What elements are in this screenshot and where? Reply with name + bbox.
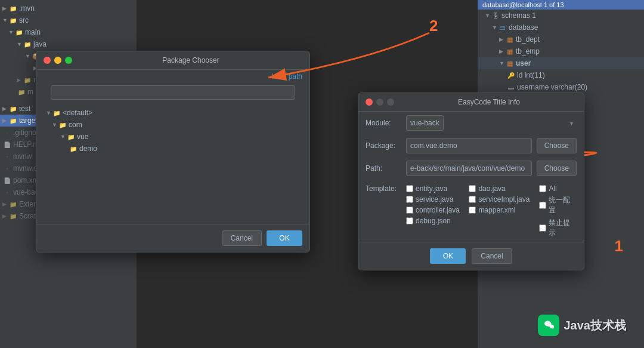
- pkg-tree: ▼ 📁 <default> ▼ 📁 com ▼ 📁 vue 📁 demo: [36, 104, 309, 224]
- right-checkboxes: All 统一配置 禁止提示: [539, 184, 577, 238]
- pkg-dialog-footer: Cancel OK: [36, 224, 309, 252]
- traffic-lights: [44, 57, 72, 64]
- easycode-cancel-button[interactable]: Cancel: [472, 248, 512, 264]
- easycode-titlebar: EasyCode Title Info: [358, 93, 584, 112]
- package-input[interactable]: [406, 138, 532, 153]
- pkg-tree-demo[interactable]: 📁 demo: [44, 143, 302, 155]
- watermark-text: Java技术栈: [564, 318, 627, 334]
- db-panel-header: database@localhost 1 of 13: [478, 0, 644, 10]
- template-label: Template:: [366, 184, 401, 193]
- cb-unified-check[interactable]: [539, 202, 546, 209]
- path-row: Path: Choose: [358, 157, 584, 180]
- cb-mapper: mapper.xml: [469, 206, 530, 214]
- pkg-tree-default[interactable]: ▼ 📁 <default>: [44, 107, 302, 119]
- easycode-ok-button[interactable]: OK: [430, 248, 466, 264]
- module-row: Module: vue-back: [358, 112, 584, 134]
- wechat-icon: [538, 315, 559, 336]
- cb-entity-check[interactable]: [406, 185, 413, 192]
- pkg-dialog-title: Package Chooser: [79, 56, 302, 64]
- hide-path-link[interactable]: Hide path: [36, 70, 309, 83]
- pkg-cancel-button[interactable]: Cancel: [222, 230, 262, 246]
- pkg-tree-vue[interactable]: ▼ 📁 vue: [44, 131, 302, 143]
- cb-disable-hint: 禁止提示: [539, 218, 577, 238]
- cb-dao-check[interactable]: [469, 185, 476, 192]
- template-checkboxes: entity.java dao.java service.java servic…: [406, 184, 530, 225]
- db-tree-user-id[interactable]: 🔑 id int(11): [478, 69, 644, 81]
- easycode-minimize-button[interactable]: [376, 98, 383, 106]
- choose-package-button[interactable]: Choose: [537, 138, 577, 153]
- db-tree-tb-dept[interactable]: ▶ ▦ tb_dept: [478, 33, 644, 45]
- cb-service-check[interactable]: [406, 196, 413, 203]
- maximize-button[interactable]: [65, 57, 72, 64]
- db-tree-tb-emp[interactable]: ▶ ▦ tb_emp: [478, 45, 644, 57]
- minimize-button[interactable]: [54, 57, 61, 64]
- pkg-dialog-titlebar: Package Chooser: [36, 51, 309, 70]
- pkg-ok-button[interactable]: OK: [267, 230, 302, 246]
- cb-debug: debug.json: [406, 217, 464, 225]
- template-row: Template: entity.java dao.java service.j…: [358, 180, 584, 242]
- easycode-traffic-lights: [366, 98, 394, 106]
- module-select[interactable]: vue-back: [406, 115, 444, 131]
- cb-service: service.java: [406, 195, 464, 204]
- easycode-close-button[interactable]: [366, 98, 373, 106]
- pkg-search-input[interactable]: [51, 85, 295, 100]
- cb-serviceimpl-check[interactable]: [469, 196, 476, 203]
- cb-disable-check[interactable]: [539, 224, 546, 232]
- cb-unified-config: 统一配置: [539, 195, 577, 215]
- cb-all-check[interactable]: [539, 185, 546, 192]
- db-tree-user-username[interactable]: ▬ username varchar(20): [478, 81, 644, 93]
- db-tree-schemas[interactable]: ▼ 🗄 schemas 1: [478, 10, 644, 21]
- cb-all: All: [539, 184, 577, 193]
- cb-controller: controller.java: [406, 206, 464, 214]
- cb-serviceimpl: serviceImpl.java: [469, 195, 530, 204]
- path-input[interactable]: [406, 161, 532, 176]
- tree-item-src[interactable]: ▼ 📁 src: [0, 14, 137, 26]
- cb-debug-check[interactable]: [406, 217, 413, 224]
- module-select-wrapper: vue-back: [406, 115, 577, 131]
- db-tree-user[interactable]: ▼ ▦ user: [478, 57, 644, 69]
- easycode-dialog: EasyCode Title Info Module: vue-back Pac…: [358, 93, 584, 270]
- db-tree-database[interactable]: ▼ 🗃 database: [478, 21, 644, 33]
- tree-item-mvn[interactable]: ▶ 📁 .mvn: [0, 2, 137, 14]
- easycode-footer: OK Cancel: [358, 242, 584, 270]
- cb-dao: dao.java: [469, 184, 530, 193]
- module-label: Module:: [366, 119, 401, 127]
- cb-entity: entity.java: [406, 184, 464, 193]
- path-label: Path:: [366, 164, 401, 173]
- pkg-tree-com[interactable]: ▼ 📁 com: [44, 119, 302, 131]
- cb-mapper-check[interactable]: [469, 207, 476, 214]
- package-row: Package: Choose: [358, 134, 584, 157]
- cb-controller-check[interactable]: [406, 207, 413, 214]
- watermark: Java技术栈: [538, 315, 627, 336]
- close-button[interactable]: [44, 57, 51, 64]
- tree-item-java[interactable]: ▼ 📁 java: [0, 38, 137, 50]
- package-chooser-dialog: Package Chooser Hide path ▼ 📁 <default> …: [36, 51, 310, 252]
- tree-item-main[interactable]: ▼ 📁 main: [0, 26, 137, 38]
- package-label: Package:: [366, 141, 401, 150]
- choose-path-button[interactable]: Choose: [537, 161, 577, 176]
- easycode-maximize-button[interactable]: [387, 98, 394, 106]
- easycode-dialog-title: EasyCode Title Info: [401, 98, 577, 106]
